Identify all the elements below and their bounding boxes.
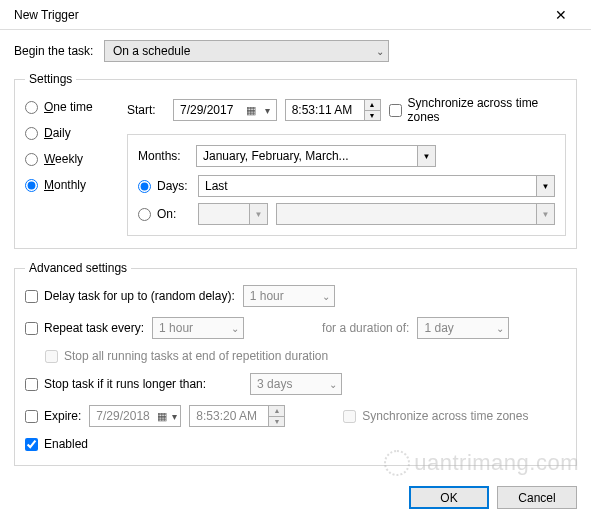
dialog-content: Begin the task: On a schedule ⌄ Settings…: [0, 30, 591, 466]
expire-date-picker: 7/29/2018 ▦ ▾: [89, 405, 181, 427]
radio-monthly[interactable]: Monthly: [25, 178, 113, 192]
chevron-down-icon: ⌄: [318, 291, 334, 302]
radio-days[interactable]: Days:: [138, 179, 190, 193]
chevron-down-icon: ⌄: [325, 379, 341, 390]
begin-task-dropdown[interactable]: On a schedule ⌄: [104, 40, 389, 62]
calendar-icon: ▦: [156, 410, 169, 423]
cancel-button[interactable]: Cancel: [497, 486, 577, 509]
delay-value: 1 hour: [250, 289, 284, 303]
radio-on-input[interactable]: [138, 208, 151, 221]
chevron-down-icon: ⌄: [492, 323, 508, 334]
enabled-checkbox[interactable]: Enabled: [25, 437, 88, 451]
spinner-up-icon: ▲: [269, 406, 284, 417]
days-dropdown[interactable]: Last ▼: [198, 175, 555, 197]
enabled-row: Enabled: [25, 437, 566, 451]
repeat-row: Repeat task every: 1 hour ⌄ for a durati…: [25, 317, 566, 339]
repeat-input[interactable]: [25, 322, 38, 335]
radio-monthly-input[interactable]: [25, 179, 38, 192]
expire-time-value: 8:53:20 AM: [190, 409, 268, 423]
start-time-picker[interactable]: 8:53:11 AM ▲ ▼: [285, 99, 381, 121]
ok-button[interactable]: OK: [409, 486, 489, 509]
stop-longer-input[interactable]: [25, 378, 38, 391]
repeat-value-dropdown: 1 hour ⌄: [152, 317, 244, 339]
stop-longer-row: Stop task if it runs longer than: 3 days…: [25, 373, 566, 395]
stop-all-input: [45, 350, 58, 363]
enabled-label: Enabled: [44, 437, 88, 451]
months-label: Months:: [138, 149, 188, 163]
expire-input[interactable]: [25, 410, 38, 423]
stop-all-row: Stop all running tasks at end of repetit…: [45, 349, 566, 363]
settings-group: Settings One time Daily Weekly Monthly: [14, 72, 577, 249]
radio-one-time-input[interactable]: [25, 101, 38, 114]
spinner-down-icon[interactable]: ▼: [365, 111, 380, 121]
enabled-input[interactable]: [25, 438, 38, 451]
begin-task-label: Begin the task:: [14, 44, 96, 58]
delay-input[interactable]: [25, 290, 38, 303]
chevron-down-icon: ▼: [417, 146, 435, 166]
chevron-down-icon: ▾: [260, 105, 276, 116]
sync-timezone-input[interactable]: [389, 104, 402, 117]
time-spinner: ▲ ▼: [268, 406, 284, 426]
on-weekday-dropdown: ▼: [276, 203, 555, 225]
days-label: Days:: [157, 179, 188, 193]
close-icon: ✕: [555, 7, 567, 23]
stop-longer-value-dropdown: 3 days ⌄: [250, 373, 342, 395]
stop-all-label: Stop all running tasks at end of repetit…: [64, 349, 328, 363]
time-spinner[interactable]: ▲ ▼: [364, 100, 380, 120]
stop-all-checkbox: Stop all running tasks at end of repetit…: [45, 349, 328, 363]
start-row: Start: 7/29/2017 ▦ ▾ 8:53:11 AM ▲ ▼: [127, 96, 566, 124]
radio-weekly-input[interactable]: [25, 153, 38, 166]
start-label: Start:: [127, 103, 165, 117]
window-title: New Trigger: [14, 8, 79, 22]
expire-checkbox[interactable]: Expire:: [25, 409, 81, 423]
calendar-icon: ▦: [242, 104, 260, 117]
sync-timezone2-checkbox: Synchronize across time zones: [343, 409, 528, 423]
expire-time-picker: 8:53:20 AM ▲ ▼: [189, 405, 285, 427]
monthly-settings: Months: January, February, March... ▼ Da…: [127, 134, 566, 236]
radio-days-input[interactable]: [138, 180, 151, 193]
start-date-value: 7/29/2017: [174, 103, 242, 117]
sync-timezone2-label: Synchronize across time zones: [362, 409, 528, 423]
radio-daily[interactable]: Daily: [25, 126, 113, 140]
begin-task-row: Begin the task: On a schedule ⌄: [14, 40, 577, 62]
delay-label: Delay task for up to (random delay):: [44, 289, 235, 303]
duration-value-dropdown: 1 day ⌄: [417, 317, 509, 339]
delay-checkbox[interactable]: Delay task for up to (random delay):: [25, 289, 235, 303]
stop-longer-checkbox[interactable]: Stop task if it runs longer than:: [25, 377, 206, 391]
months-value: January, February, March...: [203, 149, 349, 163]
start-time-value: 8:53:11 AM: [286, 103, 364, 117]
months-row: Months: January, February, March... ▼: [138, 145, 555, 167]
repeat-checkbox[interactable]: Repeat task every:: [25, 321, 144, 335]
stop-longer-label: Stop task if it runs longer than:: [44, 377, 206, 391]
chevron-down-icon: ▾: [169, 411, 181, 422]
chevron-down-icon: ▼: [536, 176, 554, 196]
expire-date-value: 7/29/2018: [90, 409, 155, 423]
days-value: Last: [205, 179, 228, 193]
repeat-value: 1 hour: [159, 321, 193, 335]
on-label: On:: [157, 207, 176, 221]
delay-value-dropdown: 1 hour ⌄: [243, 285, 335, 307]
delay-row: Delay task for up to (random delay): 1 h…: [25, 285, 566, 307]
duration-value: 1 day: [424, 321, 453, 335]
days-row: Days: Last ▼: [138, 175, 555, 197]
chevron-down-icon: ⌄: [376, 46, 384, 57]
begin-task-value: On a schedule: [113, 44, 190, 58]
spinner-up-icon[interactable]: ▲: [365, 100, 380, 111]
sync-timezone-label: Synchronize across time zones: [408, 96, 566, 124]
dialog-footer: OK Cancel: [0, 478, 591, 516]
chevron-down-icon: ⌄: [227, 323, 243, 334]
advanced-settings-group: Advanced settings Delay task for up to (…: [14, 261, 577, 466]
radio-on[interactable]: On:: [138, 207, 190, 221]
start-date-picker[interactable]: 7/29/2017 ▦ ▾: [173, 99, 277, 121]
radio-daily-input[interactable]: [25, 127, 38, 140]
close-button[interactable]: ✕: [541, 0, 581, 30]
on-row: On: ▼ ▼: [138, 203, 555, 225]
months-dropdown[interactable]: January, February, March... ▼: [196, 145, 436, 167]
chevron-down-icon: ▼: [249, 204, 267, 224]
sync-timezone-checkbox[interactable]: Synchronize across time zones: [389, 96, 566, 124]
radio-one-time[interactable]: One time: [25, 100, 113, 114]
stop-longer-value: 3 days: [257, 377, 292, 391]
radio-weekly[interactable]: Weekly: [25, 152, 113, 166]
advanced-legend: Advanced settings: [25, 261, 131, 275]
title-bar: New Trigger ✕: [0, 0, 591, 30]
